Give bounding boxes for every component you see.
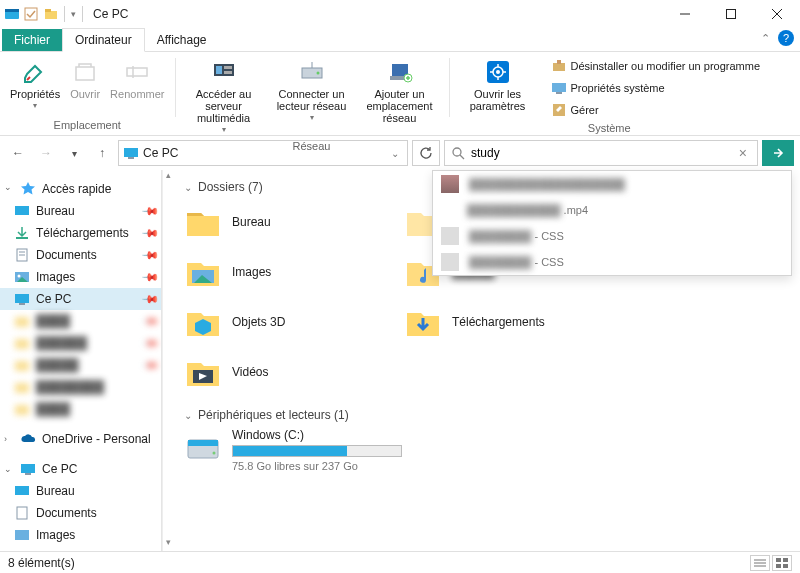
images-icon — [14, 527, 30, 543]
folder-images[interactable]: Images — [184, 250, 384, 294]
refresh-button[interactable] — [412, 140, 440, 166]
add-network-location-icon — [386, 58, 414, 86]
pin-icon: 📌 — [140, 201, 159, 220]
sidebar-item-hidden[interactable]: ██████📌 — [0, 332, 161, 354]
sidebar-desktop[interactable]: Bureau📌 — [0, 200, 161, 222]
qat-separator — [64, 6, 65, 22]
add-location-button[interactable]: Ajouter un emplacement réseau — [357, 56, 443, 126]
suggestion-item[interactable]: ████████████████████ — [433, 171, 791, 197]
this-pc-icon — [14, 291, 30, 307]
suggestion-item[interactable]: ████████████ .mp4 — [433, 197, 791, 223]
tab-file[interactable]: Fichier — [2, 29, 62, 51]
sidebar-this-pc[interactable]: Ce PC📌 — [0, 288, 161, 310]
qat-checkbox-icon[interactable] — [24, 7, 38, 21]
view-switcher — [750, 555, 792, 571]
help-icon[interactable]: ? — [778, 30, 794, 46]
qat-folder-icon[interactable] — [44, 7, 58, 21]
svg-rect-1 — [5, 9, 19, 12]
svg-rect-46 — [15, 317, 29, 327]
star-icon — [20, 181, 36, 197]
properties-button[interactable]: Propriétés ▾ — [6, 56, 64, 114]
desktop-icon — [14, 483, 30, 499]
chevron-down-icon[interactable]: ⌄ — [4, 464, 12, 474]
drive-c[interactable]: Windows (C:) 75.8 Go libres sur 237 Go — [184, 428, 444, 472]
scroll-up-icon[interactable]: ▴ — [166, 170, 171, 184]
open-icon — [71, 58, 99, 86]
up-button[interactable]: ↑ — [90, 141, 114, 165]
chevron-down-icon: ▾ — [222, 124, 226, 136]
address-bar[interactable]: Ce PC ⌄ — [118, 140, 408, 166]
ribbon-location-label: Emplacement — [54, 117, 121, 135]
svg-rect-54 — [17, 507, 27, 519]
close-button[interactable] — [754, 0, 800, 28]
clear-search-button[interactable]: × — [735, 145, 751, 161]
folder-icon — [184, 203, 222, 241]
svg-rect-28 — [553, 63, 565, 71]
collapse-ribbon-icon[interactable]: ⌃ — [761, 32, 770, 45]
minimize-button[interactable] — [662, 0, 708, 28]
maximize-button[interactable] — [708, 0, 754, 28]
uninstall-button[interactable]: Désinstaller ou modifier un programme — [547, 56, 765, 76]
svg-rect-59 — [188, 440, 218, 446]
svg-rect-14 — [224, 66, 232, 69]
chevron-down-icon: ⌄ — [184, 182, 192, 193]
suggestion-item[interactable]: ████████ - CSS — [433, 249, 791, 275]
tab-computer[interactable]: Ordinateur — [62, 28, 145, 52]
sidebar-item-hidden[interactable]: ████📌 — [0, 310, 161, 332]
sidebar-images-2[interactable]: Images — [0, 524, 161, 546]
open-settings-button[interactable]: Ouvrir les paramètres — [455, 56, 541, 114]
videos-folder-icon — [184, 353, 222, 391]
sidebar-images[interactable]: Images📌 — [0, 266, 161, 288]
address-dropdown-icon[interactable]: ⌄ — [387, 148, 403, 159]
sidebar-desktop-2[interactable]: Bureau — [0, 480, 161, 502]
svg-rect-65 — [783, 558, 788, 562]
properties-icon — [21, 58, 49, 86]
chevron-right-icon[interactable]: › — [4, 434, 7, 444]
manage-button[interactable]: Gérer — [547, 100, 765, 120]
view-icons-button[interactable] — [772, 555, 792, 571]
sidebar-item-hidden[interactable]: ████ — [0, 398, 161, 420]
search-input[interactable] — [471, 146, 729, 160]
suggestion-item[interactable]: ████████ - CSS — [433, 223, 791, 249]
images-folder-icon — [184, 253, 222, 291]
sidebar-documents-2[interactable]: Documents — [0, 502, 161, 524]
system-properties-button[interactable]: Propriétés système — [547, 78, 765, 98]
folder-desktop[interactable]: Bureau — [184, 200, 384, 244]
open-button[interactable]: Ouvrir — [66, 56, 104, 102]
folder-videos[interactable]: Vidéos — [184, 350, 384, 394]
rename-icon — [123, 58, 151, 86]
scroll-down-icon[interactable]: ▾ — [166, 537, 171, 551]
qat-dropdown-icon[interactable]: ▾ — [71, 9, 76, 19]
svg-rect-50 — [15, 405, 29, 415]
svg-rect-15 — [224, 71, 232, 74]
sidebar-onedrive[interactable]: › OneDrive - Personal — [0, 428, 161, 450]
sidebar-scrollbar[interactable]: ▴ ▾ — [162, 170, 174, 551]
svg-point-17 — [316, 72, 319, 75]
downloads-icon — [14, 225, 30, 241]
search-go-button[interactable] — [762, 140, 794, 166]
view-details-button[interactable] — [750, 555, 770, 571]
sidebar-this-pc-2[interactable]: ⌄ Ce PC — [0, 458, 161, 480]
sidebar-documents[interactable]: Documents📌 — [0, 244, 161, 266]
svg-point-60 — [213, 452, 216, 455]
documents-icon — [14, 505, 30, 521]
sidebar-item-hidden[interactable]: █████📌 — [0, 354, 161, 376]
chevron-down-icon[interactable]: ⌄ — [4, 182, 12, 192]
sidebar-item-hidden[interactable]: ████████ — [0, 376, 161, 398]
folder-objects3d[interactable]: Objets 3D — [184, 300, 384, 344]
folder-downloads[interactable]: Téléchargements — [404, 300, 604, 344]
tab-view[interactable]: Affichage — [145, 29, 219, 51]
back-button[interactable]: ← — [6, 141, 30, 165]
drives-header[interactable]: ⌄ Périphériques et lecteurs (1) — [184, 408, 790, 422]
sidebar-quick-access[interactable]: ⌄ Accès rapide — [0, 178, 161, 200]
recent-locations-button[interactable]: ▾ — [62, 141, 86, 165]
media-server-button[interactable]: Accéder au serveur multimédia ▾ — [181, 56, 267, 138]
forward-button[interactable]: → — [34, 141, 58, 165]
rename-button[interactable]: Renommer — [106, 56, 168, 102]
search-box[interactable]: × — [444, 140, 758, 166]
uninstall-icon — [551, 58, 567, 74]
pin-icon: 📌 — [140, 223, 159, 242]
sidebar-downloads[interactable]: Téléchargements📌 — [0, 222, 161, 244]
drive-icon — [184, 428, 222, 466]
connect-drive-button[interactable]: Connecter un lecteur réseau ▾ — [269, 56, 355, 126]
